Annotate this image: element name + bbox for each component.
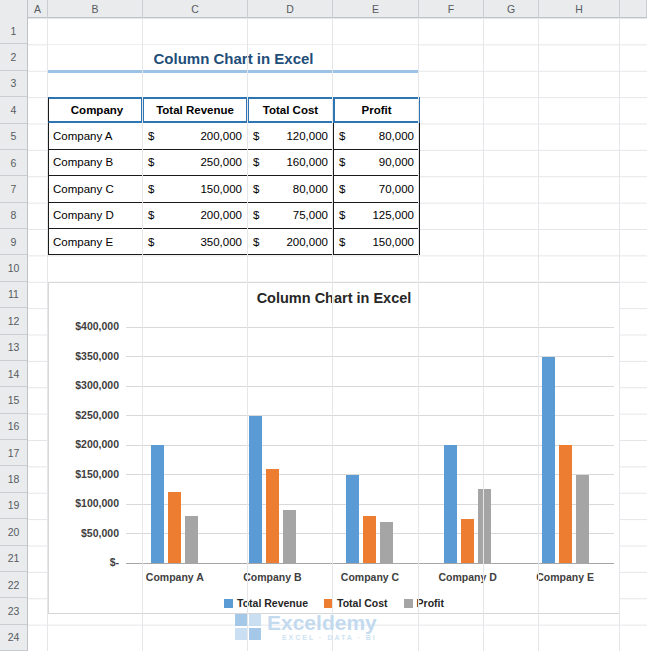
chart-plot-area [126, 327, 614, 563]
bar-profit[interactable] [283, 510, 296, 563]
amount-cell[interactable]: $125,000 [334, 203, 420, 229]
currency-symbol: $ [253, 156, 259, 168]
table-header-cell[interactable]: Total Cost [248, 97, 334, 123]
row-header-3[interactable]: 3 [0, 71, 27, 97]
company-cell[interactable]: Company B [48, 150, 143, 176]
bar-total-revenue[interactable] [249, 416, 262, 564]
row-header-12[interactable]: 12 [0, 308, 27, 334]
gridline-vertical [483, 18, 484, 651]
bar-profit[interactable] [478, 489, 491, 563]
table-header-cell[interactable]: Profit [334, 97, 420, 123]
bar-total-revenue[interactable] [444, 445, 457, 563]
bar-total-revenue[interactable] [346, 475, 359, 564]
bar-group-company-a [151, 327, 198, 563]
bar-profit[interactable] [576, 475, 589, 564]
bar-total-cost[interactable] [266, 469, 279, 563]
amount-cell[interactable]: $350,000 [143, 229, 248, 255]
amount-cell[interactable]: $200,000 [248, 229, 334, 255]
currency-symbol: $ [339, 209, 345, 221]
amount-value: 120,000 [286, 130, 328, 142]
table-header-cell[interactable]: Total Revenue [143, 97, 248, 123]
currency-symbol: $ [253, 236, 259, 248]
bar-total-cost[interactable] [363, 516, 376, 563]
column-header-row: ABCDEFGH [0, 0, 647, 18]
amount-cell[interactable]: $200,000 [143, 203, 248, 229]
company-cell[interactable]: Company C [48, 176, 143, 202]
select-all-corner[interactable] [0, 0, 28, 18]
sheet-area[interactable]: Column Chart in Excel CompanyTotal Reven… [28, 18, 647, 651]
row-header-23[interactable]: 23 [0, 598, 27, 624]
row-header-9[interactable]: 9 [0, 229, 27, 255]
row-header-11[interactable]: 11 [0, 282, 27, 308]
company-cell[interactable]: Company E [48, 229, 143, 255]
row-header-24[interactable]: 24 [0, 625, 27, 651]
amount-value: 350,000 [200, 236, 242, 248]
row-header-4[interactable]: 4 [0, 97, 27, 123]
column-header-G[interactable]: G [484, 0, 539, 18]
row-header-19[interactable]: 19 [0, 493, 27, 519]
row-header-15[interactable]: 15 [0, 387, 27, 413]
row-header-7[interactable]: 7 [0, 176, 27, 202]
bar-total-cost[interactable] [168, 492, 181, 563]
data-table: CompanyTotal RevenueTotal CostProfitComp… [48, 97, 420, 255]
amount-cell[interactable]: $70,000 [334, 176, 420, 202]
row-header-6[interactable]: 6 [0, 150, 27, 176]
column-header-H[interactable]: H [539, 0, 620, 18]
column-chart[interactable]: Column Chart in Excel $-$50,000$100,000$… [48, 282, 620, 614]
row-header-8[interactable]: 8 [0, 203, 27, 229]
bar-total-revenue[interactable] [542, 357, 555, 564]
bar-profit[interactable] [185, 516, 198, 563]
amount-value: 200,000 [200, 130, 242, 142]
table-row: Company D$200,000$75,000$125,000 [48, 203, 420, 229]
column-header-B[interactable]: B [48, 0, 143, 18]
table-header-cell[interactable]: Company [48, 97, 143, 123]
sheet-title-cell[interactable]: Column Chart in Excel [48, 45, 419, 71]
bar-total-cost[interactable] [461, 519, 474, 563]
row-header-21[interactable]: 21 [0, 546, 27, 572]
column-header-F[interactable]: F [419, 0, 484, 18]
row-header-13[interactable]: 13 [0, 335, 27, 361]
amount-cell[interactable]: $80,000 [334, 123, 420, 149]
legend-item-profit[interactable]: Profit [404, 597, 444, 609]
legend-item-total-revenue[interactable]: Total Revenue [224, 597, 308, 609]
row-header-20[interactable]: 20 [0, 519, 27, 545]
amount-cell[interactable]: $160,000 [248, 150, 334, 176]
row-header-10[interactable]: 10 [0, 255, 27, 281]
row-header-22[interactable]: 22 [0, 572, 27, 598]
exceldemy-logo-icon [235, 614, 261, 640]
legend-swatch [224, 599, 233, 608]
amount-cell[interactable]: $150,000 [143, 176, 248, 202]
row-header-16[interactable]: 16 [0, 414, 27, 440]
column-header-A[interactable]: A [28, 0, 48, 18]
currency-symbol: $ [339, 156, 345, 168]
bar-group-company-b [249, 327, 296, 563]
column-header-C[interactable]: C [143, 0, 248, 18]
row-header-17[interactable]: 17 [0, 440, 27, 466]
row-header-14[interactable]: 14 [0, 361, 27, 387]
column-header-E[interactable]: E [333, 0, 419, 18]
watermark-tagline: EXCEL · DATA · BI [282, 634, 377, 641]
amount-cell[interactable]: $90,000 [334, 150, 420, 176]
row-header-2[interactable]: 2 [0, 44, 27, 70]
row-header-18[interactable]: 18 [0, 466, 27, 492]
legend-label: Total Cost [337, 597, 388, 609]
amount-cell[interactable]: $120,000 [248, 123, 334, 149]
bar-total-revenue[interactable] [151, 445, 164, 563]
company-cell[interactable]: Company A [48, 123, 143, 149]
amount-cell[interactable]: $150,000 [334, 229, 420, 255]
company-cell[interactable]: Company D [48, 203, 143, 229]
y-axis-label: $50,000 [49, 527, 119, 539]
legend-item-total-cost[interactable]: Total Cost [324, 597, 388, 609]
amount-value: 75,000 [293, 209, 328, 221]
amount-cell[interactable]: $80,000 [248, 176, 334, 202]
row-header-1[interactable]: 1 [0, 18, 27, 44]
amount-cell[interactable]: $75,000 [248, 203, 334, 229]
bar-profit[interactable] [380, 522, 393, 563]
column-header-D[interactable]: D [248, 0, 333, 18]
y-axis-label: $200,000 [49, 438, 119, 450]
amount-cell[interactable]: $200,000 [143, 123, 248, 149]
currency-symbol: $ [339, 130, 345, 142]
row-header-5[interactable]: 5 [0, 124, 27, 150]
amount-cell[interactable]: $250,000 [143, 150, 248, 176]
bar-total-cost[interactable] [559, 445, 572, 563]
